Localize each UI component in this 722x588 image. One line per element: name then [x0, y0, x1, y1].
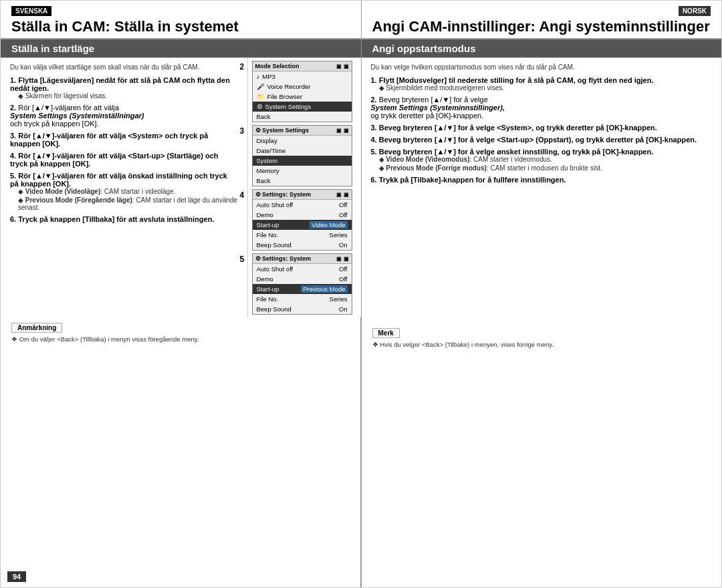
screen-3-datetime: Date/Time	[253, 146, 352, 156]
screen-5-container: 5 ⚙ Settings: System ▣▣ Auto Shut offOff…	[252, 253, 357, 315]
left-step-1-note: Skärmen för lägesval visas.	[18, 92, 238, 100]
screen-3-back: Back	[253, 176, 352, 186]
screen-4-demo: DemoOff	[253, 210, 352, 220]
note-label-right: Merk	[372, 328, 400, 338]
screen-3-container: 3 ⚙ System Settings ▣▣ Display Date/Time…	[252, 125, 357, 186]
screen-2-back: Back	[253, 112, 352, 122]
note-text-right: Hvis du velger <Back> (Tilbake) i menyen…	[372, 341, 711, 348]
right-step-2: 2. Beveg bryteren [▲/▼] for å velge Syst…	[371, 96, 713, 120]
music-icon	[257, 73, 260, 80]
note-label-left: Anmärkning	[11, 323, 62, 333]
title-left: Ställa in CAM: Ställa in systemet	[11, 18, 350, 35]
left-step-2: 2. Rör [▲/▼]-väljaren för att välja Syst…	[10, 104, 238, 128]
title-right: Angi CAM-innstillinger: Angi systeminnst…	[372, 18, 711, 35]
page-header: SVENSKA Ställa in CAM: Ställa in systeme…	[1, 1, 721, 39]
right-column: Du kan velge hvilken oppstartsmodus som …	[362, 58, 722, 587]
header-left: SVENSKA Ställa in CAM: Ställa in systeme…	[1, 1, 362, 38]
screen-2-systemsettings: ⚙ System Settings	[253, 102, 352, 112]
right-intro: Du kan velge hvilken oppstartsmodus som …	[371, 63, 713, 71]
section-headers: Ställa in startläge Angi oppstartsmodus	[1, 39, 721, 58]
right-step-1: 1. Flytt [Modusvelger] til nederste stil…	[371, 76, 713, 92]
screen-5-number: 5	[240, 255, 245, 264]
right-step-5-note-1: Video Mode (Videomodus): CAM starter i v…	[379, 156, 713, 163]
screen-2-header: Mode Selection ▣▣	[253, 61, 352, 71]
screen-5-fileno: File No.Series	[253, 294, 352, 304]
left-text-area: Du kan välja vilket startläge som skall …	[1, 58, 247, 317]
left-step-3: 3. Rör [▲/▼]-väljaren för att välja <Sys…	[10, 132, 238, 148]
left-step-1-text: Flytta [Lägesväljaren] nedåt för att slå…	[10, 76, 230, 92]
left-step-4: 4. Rör [▲/▼]-väljaren för att välja <Sta…	[10, 152, 238, 168]
screen-2-filebrowser: 📁 File Browser	[253, 92, 352, 102]
right-step-5-note-2: Previous Mode (Forrige modus): CAM start…	[379, 164, 713, 172]
screen-2: Mode Selection ▣▣ MP3 🎤 Voice Recorder 📁…	[252, 61, 352, 122]
right-step-1-note: Skjermbildet med modusvelgeren vises.	[379, 84, 713, 92]
left-step-5: 5. Rör [▲/▼]-väljaren för att välja önsk…	[10, 172, 238, 211]
screen-3-display: Display	[253, 136, 352, 146]
screen-2-mp3: MP3	[253, 71, 352, 82]
screen-3-memory: Memory	[253, 166, 352, 176]
screen-4: ⚙ Settings: System ▣▣ Auto Shut offOff D…	[252, 189, 352, 251]
header-right: NORSK Angi CAM-innstillinger: Angi syste…	[362, 1, 722, 38]
screen-4-number: 4	[240, 190, 245, 200]
screen-4-startup: Start-upVideo Mode	[253, 220, 352, 230]
left-column: Du kan välja vilket startläge som skall …	[1, 58, 362, 587]
left-step-6: 6. Tryck på knappen [Tillbaka] för att a…	[10, 215, 238, 223]
note-text-left: Om du väljer <Back> (Tillbaka) i menyn v…	[11, 335, 350, 343]
screen-5-demo: DemoOff	[253, 274, 352, 284]
screen-4-autoshutoff: Auto Shut offOff	[253, 200, 352, 210]
svenska-badge: SVENSKA	[11, 6, 51, 16]
screen-4-container: 4 ⚙ Settings: System ▣▣ Auto Shut offOff…	[252, 189, 357, 251]
bottom-left: Anmärkning Om du väljer <Back> (Tillbaka…	[1, 317, 361, 587]
screen-3-system: System	[253, 156, 352, 166]
bottom-right: Merk Hvis du velger <Back> (Tilbake) i m…	[362, 323, 722, 587]
screens-column: 2 Mode Selection ▣▣ MP3 🎤 Voice Recorder…	[247, 58, 361, 317]
section-title-left: Ställa in startläge	[1, 39, 361, 57]
screen-3-header: ⚙ System Settings ▣▣	[253, 126, 352, 136]
screen-5-header: ⚙ Settings: System ▣▣	[253, 254, 352, 264]
screen-4-fileno: File No.Series	[253, 230, 352, 240]
main-body: Du kan välja vilket startläge som skall …	[1, 58, 721, 587]
right-step-3: 3. Beveg bryteren [▲/▼] for å velge <Sys…	[371, 124, 713, 132]
left-step-5-note-2: Previous Mode (Föregående läge): CAM sta…	[18, 196, 238, 211]
screen-2-number: 2	[240, 62, 245, 71]
screen-3: ⚙ System Settings ▣▣ Display Date/Time S…	[252, 125, 352, 186]
right-step-5: 5. Beveg bryteren [▲/▼] for å velge ønsk…	[371, 148, 713, 172]
screen-5-startup: Start-upPrevious Mode	[253, 284, 352, 294]
right-step-6: 6. Trykk på [Tilbake]-knappen for å full…	[371, 176, 713, 184]
left-step-5-note-1: Video Mode (Videoläge): CAM startar i vi…	[18, 188, 238, 195]
left-step-1: 1. Flytta [Lägesväljaren] nedåt för att …	[10, 76, 238, 100]
left-intro: Du kan välja vilket startläge som skall …	[10, 63, 238, 71]
screen-5: ⚙ Settings: System ▣▣ Auto Shut offOff D…	[252, 253, 352, 315]
left-content-area: Du kan välja vilket startläge som skall …	[1, 58, 361, 317]
section-title-right: Angi oppstartsmodus	[361, 39, 722, 57]
norsk-badge: NORSK	[679, 6, 711, 16]
screen-4-header: ⚙ Settings: System ▣▣	[253, 190, 352, 200]
right-step-4: 4. Beveg bryteren [▲/▼] for å velge <Sta…	[371, 136, 713, 144]
page-number: 94	[7, 571, 26, 582]
screen-4-beepsound: Beep SoundOn	[253, 240, 352, 250]
screen-2-container: 2 Mode Selection ▣▣ MP3 🎤 Voice Recorder…	[252, 61, 357, 122]
right-text-area: Du kan velge hvilken oppstartsmodus som …	[362, 58, 722, 323]
screen-2-voice: 🎤 Voice Recorder	[253, 82, 352, 92]
screen-3-number: 3	[240, 126, 245, 136]
screen-5-beepsound: Beep SoundOn	[253, 304, 352, 314]
screen-5-autoshutoff: Auto Shut offOff	[253, 264, 352, 274]
